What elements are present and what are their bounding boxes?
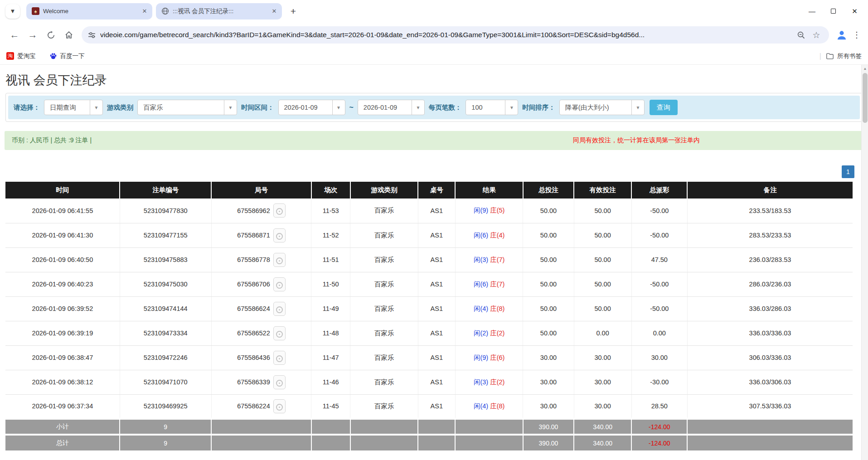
cell-total-label: 小计 bbox=[5, 419, 120, 435]
column-header: 场次 bbox=[311, 182, 350, 199]
table-row: 2026-01-09 06:38:12523109471070675586339… bbox=[5, 370, 853, 394]
all-bookmarks-label: 所有书签 bbox=[837, 52, 862, 60]
query-button[interactable]: 查询 bbox=[650, 100, 678, 115]
sort-dropdown[interactable]: 降幂(由大到小) ▼ bbox=[559, 100, 645, 115]
video-record-icon[interactable] bbox=[273, 228, 286, 242]
cell-bet-id: 523109475883 bbox=[120, 247, 211, 272]
cell-empty bbox=[211, 435, 311, 450]
select-label: 请选择： bbox=[14, 103, 40, 112]
minimize-button[interactable]: — bbox=[801, 0, 823, 22]
cell-table-id: AS1 bbox=[418, 296, 455, 321]
folder-icon bbox=[826, 52, 834, 60]
date-end-value: 2026-01-09 bbox=[358, 100, 412, 115]
scrollbar-thumb[interactable] bbox=[863, 73, 868, 123]
cell-total-bet[interactable]: 30.00 bbox=[523, 345, 574, 370]
cell-time: 2026-01-09 06:37:34 bbox=[5, 394, 120, 419]
video-record-icon[interactable] bbox=[273, 203, 286, 218]
reload-icon[interactable] bbox=[43, 27, 58, 43]
cell-total-bet[interactable]: 50.00 bbox=[523, 272, 574, 296]
table-total-row: 总计9390.00340.00-124.00 bbox=[5, 435, 853, 450]
cell-result: 闲(9)庄(6) bbox=[455, 345, 523, 370]
game-kind-dropdown[interactable]: 百家乐 ▼ bbox=[137, 100, 237, 115]
page-title: 视讯 会员下注纪录 bbox=[5, 72, 868, 88]
new-tab-button[interactable]: + bbox=[286, 5, 300, 18]
table-row: 2026-01-09 06:41:55523109477830675586962… bbox=[5, 199, 853, 223]
tab-welcome[interactable]: ♠ Welcome ✕ bbox=[26, 3, 152, 19]
cell-empty bbox=[211, 419, 311, 435]
bookmark-aitaobao[interactable]: 淘 爱淘宝 bbox=[6, 52, 36, 60]
cell-game-kind: 百家乐 bbox=[350, 272, 418, 296]
video-record-icon[interactable] bbox=[273, 302, 286, 316]
cell-time: 2026-01-09 06:40:23 bbox=[5, 272, 120, 296]
menu-kebab-icon[interactable]: ⋮ bbox=[851, 30, 863, 40]
zoom-icon[interactable] bbox=[795, 29, 807, 41]
vertical-scrollbar[interactable]: ▲ bbox=[861, 65, 868, 460]
tab-search-button[interactable]: ▼ bbox=[5, 4, 20, 19]
page-1-button[interactable]: 1 bbox=[842, 165, 854, 178]
date-start-dropdown[interactable]: 2026-01-09 ▼ bbox=[278, 100, 345, 115]
all-bookmarks-button[interactable]: 所有书签 bbox=[826, 52, 862, 60]
cell-total-bet[interactable]: 30.00 bbox=[523, 370, 574, 394]
cell-total-bet[interactable]: 30.00 bbox=[523, 394, 574, 419]
chevron-down-icon: ▼ bbox=[412, 100, 424, 115]
url-text[interactable]: videoie.com/game/betrecord_search/kind3?… bbox=[100, 31, 792, 39]
cell-session: 11-45 bbox=[311, 394, 350, 419]
cell-valid-bet-sum: 340.00 bbox=[574, 435, 631, 450]
video-record-icon[interactable] bbox=[273, 277, 286, 291]
bookmark-star-icon[interactable]: ☆ bbox=[810, 29, 823, 41]
cell-round: 675586436 bbox=[211, 345, 311, 370]
cell-payout: -50.00 bbox=[631, 296, 687, 321]
cell-time: 2026-01-09 06:41:55 bbox=[5, 199, 120, 223]
cell-time: 2026-01-09 06:41:30 bbox=[5, 223, 120, 247]
close-window-button[interactable]: ✕ bbox=[844, 0, 865, 22]
result-banker: 庄(2) bbox=[490, 329, 504, 337]
cell-valid-bet: 50.00 bbox=[574, 247, 631, 272]
cell-valid-bet: 30.00 bbox=[574, 345, 631, 370]
video-record-icon[interactable] bbox=[273, 351, 286, 365]
tune-icon[interactable] bbox=[88, 31, 96, 39]
result-banker: 庄(7) bbox=[490, 281, 504, 288]
cell-note: 336.03/336.03 bbox=[687, 321, 853, 345]
page-size-label: 每页笔数： bbox=[429, 103, 462, 112]
cell-total-bet[interactable]: 50.00 bbox=[523, 247, 574, 272]
cell-total-bet[interactable]: 50.00 bbox=[523, 321, 574, 345]
cell-note: 283.53/233.53 bbox=[687, 223, 853, 247]
video-record-icon[interactable] bbox=[273, 326, 286, 340]
profile-avatar[interactable] bbox=[834, 28, 849, 42]
cell-game-kind: 百家乐 bbox=[350, 199, 418, 223]
cell-round: 675586706 bbox=[211, 272, 311, 296]
result-banker: 庄(8) bbox=[490, 305, 504, 312]
round-number: 675586778 bbox=[237, 256, 270, 263]
close-tab-icon[interactable]: ✕ bbox=[141, 7, 149, 15]
cell-payout: 47.50 bbox=[631, 247, 687, 272]
cell-total-bet[interactable]: 50.00 bbox=[523, 223, 574, 247]
tab-title: Welcome bbox=[43, 8, 137, 15]
date-end-dropdown[interactable]: 2026-01-09 ▼ bbox=[358, 100, 425, 115]
home-icon[interactable] bbox=[61, 27, 77, 43]
table-row: 2026-01-09 06:38:47523109472246675586436… bbox=[5, 345, 853, 370]
cell-bet-id: 523109477830 bbox=[120, 199, 211, 223]
close-tab-icon[interactable]: ✕ bbox=[270, 7, 278, 15]
video-record-icon[interactable] bbox=[273, 253, 286, 267]
cell-total-bet[interactable]: 50.00 bbox=[523, 296, 574, 321]
maximize-button[interactable] bbox=[823, 0, 844, 22]
cell-total-bet[interactable]: 50.00 bbox=[523, 199, 574, 223]
cell-empty bbox=[455, 435, 523, 450]
bookmark-baidu[interactable]: 百度一下 bbox=[49, 52, 85, 60]
result-player: 闲(6) bbox=[474, 281, 488, 288]
video-record-icon[interactable] bbox=[273, 375, 286, 389]
forward-icon[interactable]: → bbox=[25, 27, 40, 43]
result-player: 闲(2) bbox=[474, 329, 488, 337]
result-player: 闲(3) bbox=[474, 256, 488, 263]
cell-payout: 28.50 bbox=[631, 394, 687, 419]
page-size-dropdown[interactable]: 100 ▼ bbox=[466, 100, 518, 115]
cell-bet-id: 523109469925 bbox=[120, 394, 211, 419]
omnibox[interactable]: videoie.com/game/betrecord_search/kind3?… bbox=[82, 26, 829, 44]
scroll-up-icon[interactable]: ▲ bbox=[862, 65, 868, 72]
back-icon[interactable]: ← bbox=[7, 27, 22, 43]
video-record-icon[interactable] bbox=[273, 399, 286, 413]
cell-round: 675586522 bbox=[211, 321, 311, 345]
tab-betrecord[interactable]: :::视讯 会员下注纪录::: ✕ bbox=[156, 3, 282, 19]
cell-result: 闲(6)庄(4) bbox=[455, 223, 523, 247]
query-type-dropdown[interactable]: 日期查询 ▼ bbox=[44, 100, 103, 115]
